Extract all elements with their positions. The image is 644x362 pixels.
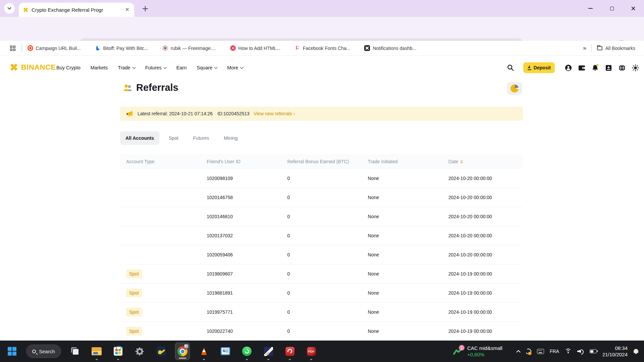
taskbar-clock[interactable]: 08:34 21/10/2024 bbox=[602, 345, 628, 358]
tab-close-icon[interactable]: ✕ bbox=[124, 6, 130, 13]
chevron-down-icon bbox=[240, 65, 244, 69]
account-type-badge: Spot bbox=[126, 269, 142, 278]
bookmark-how-to-add-html[interactable]: How to Add HTML... bbox=[230, 45, 280, 51]
date-cell: 2024-10-19 00:00:00 bbox=[442, 290, 523, 296]
bookmark-rubik[interactable]: rubik — Freeimage.... bbox=[162, 45, 216, 51]
friend-id-cell: 1020098109 bbox=[201, 176, 281, 181]
download-app-icon[interactable] bbox=[604, 64, 612, 72]
header-date[interactable]: Date bbox=[442, 159, 523, 164]
header-account-type: Account Type bbox=[120, 159, 201, 164]
friend-id-cell: 1020146810 bbox=[201, 214, 281, 219]
tray-expand-chevron[interactable] bbox=[516, 350, 521, 354]
tab-all-accounts[interactable]: All Accounts bbox=[120, 131, 159, 145]
search-icon bbox=[32, 350, 36, 353]
deposit-button[interactable]: Deposit bbox=[523, 62, 555, 73]
sort-icon[interactable] bbox=[460, 160, 463, 164]
minimize-button[interactable] bbox=[580, 0, 601, 17]
battery-icon[interactable] bbox=[590, 349, 597, 353]
tab-search-button[interactable] bbox=[4, 3, 15, 14]
comet-app-icon bbox=[156, 347, 166, 356]
tab-spot[interactable]: Spot bbox=[163, 131, 184, 145]
system-utility-button[interactable] bbox=[218, 342, 233, 361]
bookmark-facebook-fonts[interactable]: FFacebook Fonts Cha... bbox=[294, 45, 351, 51]
language-indicator[interactable]: FRA bbox=[550, 349, 559, 354]
volume-icon[interactable] bbox=[577, 349, 584, 354]
page-header: Referrals bbox=[123, 82, 178, 93]
bonus-cell: 0 bbox=[281, 214, 362, 219]
bonus-cell: 0 bbox=[281, 309, 362, 315]
bonus-cell: 0 bbox=[281, 290, 362, 296]
globe-language-icon[interactable] bbox=[618, 64, 626, 72]
taskbar-search[interactable]: Search bbox=[26, 345, 61, 358]
friend-id-cell: 1019975771 bbox=[201, 309, 281, 315]
maximize-icon bbox=[610, 7, 614, 10]
table-row: 1020137032 0 None 2024-10-20 00:00:00 bbox=[120, 226, 523, 245]
notifications-bell-icon[interactable] bbox=[591, 64, 599, 72]
nav-trade[interactable]: Trade bbox=[118, 65, 135, 70]
theme-sun-icon[interactable] bbox=[631, 64, 639, 72]
bookmarks-overflow-icon[interactable]: » bbox=[583, 45, 586, 52]
bookmark-notifications-dashboard[interactable]: Notifications dashb... bbox=[364, 45, 416, 51]
bookmark-bitoff[interactable]: Bitoff: Pay With Bitc... bbox=[95, 45, 148, 51]
running-indicator bbox=[310, 359, 312, 360]
browser-titlebar: Crypto Exchange Referral Progr ✕ ✕ bbox=[0, 0, 644, 17]
site-search-icon[interactable] bbox=[506, 64, 515, 72]
tray-time: 08:34 bbox=[615, 345, 628, 351]
comet-app-button[interactable] bbox=[154, 342, 168, 361]
tab-mining[interactable]: Mining bbox=[218, 131, 243, 145]
stock-ticker-widget[interactable]: 1 CAC mid&small +0,60% bbox=[453, 345, 502, 358]
nav-square[interactable]: Square bbox=[197, 65, 217, 70]
table-row: Spot 1019809607 0 None 2024-10-19 00:00:… bbox=[120, 264, 523, 284]
vlc-button[interactable] bbox=[197, 342, 211, 361]
maximize-button[interactable] bbox=[601, 0, 623, 17]
photoscape-button[interactable] bbox=[282, 342, 297, 361]
minimize-icon bbox=[588, 8, 593, 9]
friend-id-cell: 1020059406 bbox=[201, 252, 281, 257]
wifi-icon[interactable] bbox=[565, 349, 572, 354]
bookmarks-right-divider bbox=[591, 45, 592, 52]
megaphone-icon bbox=[126, 111, 133, 117]
nav-buy-crypto[interactable]: Buy Crypto bbox=[56, 65, 80, 70]
trade-initiated-cell: None bbox=[362, 233, 442, 238]
binance-logo[interactable]: BINANCE bbox=[9, 63, 56, 72]
latest-referral-id: ID:1020452513 bbox=[217, 111, 250, 116]
table-header-row: Account Type Friend's User ID Referral B… bbox=[120, 154, 523, 169]
nav-markets[interactable]: Markets bbox=[91, 65, 108, 70]
chrome-profile-badge bbox=[184, 344, 189, 349]
tab-futures[interactable]: Futures bbox=[188, 131, 214, 145]
header-trade-initiated: Trade Initiated bbox=[362, 159, 442, 164]
view-new-referrals-link[interactable]: View new referrals › bbox=[254, 111, 295, 116]
table-row: 1020098109 0 None 2024-10-20 00:00:00 bbox=[120, 169, 523, 188]
sync-status-icon[interactable] bbox=[525, 348, 532, 355]
new-tab-button[interactable] bbox=[141, 4, 150, 13]
pdf-reader-icon: PDF bbox=[307, 347, 316, 356]
nav-more[interactable]: More bbox=[227, 65, 243, 70]
pdf-reader-button[interactable]: PDF bbox=[304, 342, 319, 361]
nav-futures[interactable]: Futures bbox=[145, 65, 166, 70]
photo-app-button[interactable] bbox=[261, 342, 276, 361]
browser-tab[interactable]: Crypto Exchange Referral Progr ✕ bbox=[19, 3, 134, 17]
nav-earn[interactable]: Earn bbox=[176, 65, 187, 70]
referral-stats-button[interactable] bbox=[507, 82, 522, 95]
bookmark-campaign-url[interactable]: Campaign URL Buil... bbox=[28, 45, 81, 51]
keyboard-icon[interactable] bbox=[537, 349, 544, 354]
table-row: Spot 1020022740 0 None 2024-10-19 00:00:… bbox=[120, 322, 523, 341]
close-button[interactable]: ✕ bbox=[623, 0, 644, 17]
whatsapp-button[interactable] bbox=[239, 342, 254, 361]
wallet-icon[interactable] bbox=[578, 64, 586, 72]
bitoff-icon bbox=[95, 45, 101, 51]
notification-bell-icon[interactable] bbox=[633, 349, 639, 354]
all-bookmarks-label[interactable]: All Bookmarks bbox=[605, 46, 635, 51]
date-cell: 2024-10-20 00:00:00 bbox=[442, 214, 523, 219]
friend-id-cell: 1019881891 bbox=[201, 290, 281, 296]
start-button[interactable] bbox=[5, 342, 19, 361]
microsoft-store-button[interactable] bbox=[111, 342, 125, 361]
apps-grid-icon[interactable] bbox=[10, 46, 15, 51]
settings-button[interactable] bbox=[132, 342, 147, 361]
profile-icon[interactable] bbox=[564, 64, 572, 72]
task-view-button[interactable] bbox=[68, 342, 83, 361]
file-explorer-button[interactable] bbox=[89, 342, 104, 361]
chrome-button-active[interactable] bbox=[175, 343, 190, 360]
bonus-cell: 0 bbox=[281, 176, 362, 181]
close-icon: ✕ bbox=[631, 5, 636, 12]
